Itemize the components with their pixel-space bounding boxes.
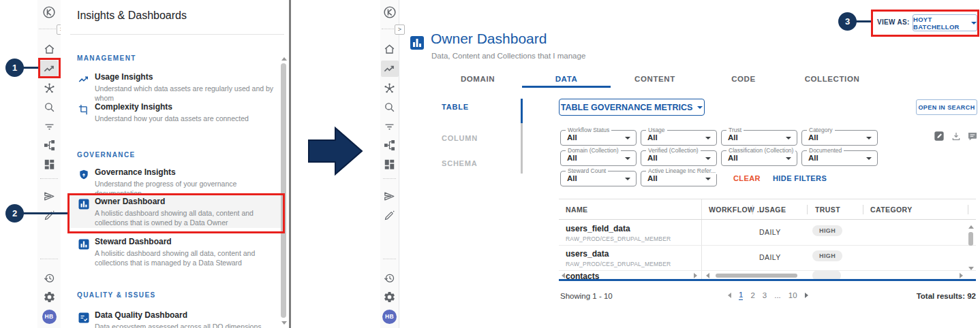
highlight-box-view-as [871, 10, 979, 37]
send-icon[interactable] [37, 189, 61, 206]
filter-value: All [647, 154, 658, 162]
page-1[interactable]: 1 [739, 291, 743, 300]
filter-select-steward-count[interactable]: Steward CountAll [560, 171, 637, 186]
item-title: Steward Dashboard [95, 237, 172, 246]
column-header-trust[interactable]: TRUST [815, 206, 840, 214]
tab-code[interactable]: CODE [699, 75, 788, 83]
table-row-name[interactable]: users_data [566, 249, 609, 259]
hub-icon[interactable] [37, 81, 61, 97]
open-in-search-button[interactable]: OPEN IN SEARCH [916, 99, 977, 115]
filter-value: All [808, 133, 818, 142]
search-icon [383, 101, 396, 116]
settings-icon[interactable] [380, 290, 399, 306]
filter-select-classification-collection[interactable]: Classification (Collection)All [721, 150, 797, 166]
item-title: Usage Insights [95, 72, 153, 82]
subnav-schema[interactable]: SCHEMA [442, 159, 477, 167]
filter-select-domain-collection[interactable]: Domain (Collection)All [560, 150, 637, 166]
hub-icon[interactable] [380, 81, 399, 97]
history-icon [383, 272, 396, 287]
scroll-up-arrow[interactable] [281, 57, 287, 61]
tree-icon[interactable] [380, 138, 399, 154]
edit-icon[interactable] [934, 131, 945, 142]
vscroll-up-arrow[interactable] [968, 225, 974, 229]
dashboard-icon[interactable] [380, 157, 399, 174]
tree-icon[interactable] [37, 138, 61, 154]
search-icon[interactable] [380, 100, 399, 116]
column-header-workflow[interactable]: WORKFLOW ... [709, 206, 764, 214]
filter-select-workflow-status[interactable]: Workflow StatusAll [560, 130, 637, 146]
header-bottom-border [559, 219, 976, 220]
filter-select-active-lineage-inc-refer[interactable]: Active Lineage Inc Refer...All [641, 171, 717, 186]
hide-filters-link[interactable]: HIDE FILTERS [773, 174, 827, 182]
filter-label: Active Lineage Inc Refer... [646, 167, 718, 174]
filter-icon[interactable] [37, 119, 61, 135]
search-icon[interactable] [37, 100, 61, 116]
filter-icon [383, 120, 396, 135]
history-icon[interactable] [380, 271, 399, 287]
chevron-down-icon [866, 157, 872, 160]
filter-value: All [808, 154, 818, 162]
compose-icon[interactable] [380, 208, 399, 225]
subnav-column[interactable]: COLUMN [442, 134, 478, 142]
avatar-badge[interactable]: HB [380, 308, 399, 325]
k-logo-icon [382, 5, 397, 22]
hscroll-right-arrow[interactable] [960, 273, 963, 278]
page-3[interactable]: 3 [763, 291, 767, 299]
vscroll-thumb[interactable] [968, 232, 973, 246]
filter-icon[interactable] [380, 119, 399, 135]
compose-icon [43, 209, 56, 225]
hscroll-left-arrow[interactable] [562, 273, 565, 278]
hscroll-right-arrow[interactable] [694, 273, 697, 278]
settings-icon[interactable] [37, 290, 61, 306]
page-10[interactable]: 10 [788, 291, 797, 299]
dashboard-icon[interactable] [37, 157, 61, 174]
dashboard-icon [409, 35, 425, 54]
user-avatar[interactable]: HB [382, 310, 397, 324]
prev-page-arrow[interactable] [728, 291, 731, 299]
history-icon[interactable] [37, 271, 61, 287]
page-2[interactable]: 2 [750, 291, 754, 299]
history-icon [43, 272, 56, 287]
download-icon[interactable] [951, 131, 962, 142]
vscroll-down-arrow[interactable] [968, 267, 974, 270]
next-page-arrow[interactable] [805, 291, 808, 299]
trending-icon[interactable] [380, 61, 399, 77]
hscroll-thumb[interactable] [716, 274, 797, 278]
bar-chart-icon [78, 238, 90, 253]
feedback-icon[interactable] [967, 131, 979, 142]
metrics-dropdown-button[interactable]: TABLE GOVERNANCE METRICS [559, 99, 705, 116]
active-tab-underline [522, 86, 611, 88]
home-icon[interactable] [37, 42, 61, 59]
filter-select-usage[interactable]: UsageAll [641, 130, 717, 146]
column-header-category[interactable]: CATEGORY [870, 206, 913, 214]
tab-collection[interactable]: COLLECTION [788, 75, 876, 83]
user-avatar[interactable]: HB [42, 310, 57, 324]
filter-label: Documented [807, 147, 844, 154]
table-row-name[interactable]: users_field_data [566, 224, 630, 233]
filter-select-category[interactable]: CategoryAll [801, 130, 878, 146]
filter-value: All [567, 133, 577, 142]
column-header-usage[interactable]: USAGE [759, 206, 786, 214]
chevron-down-icon [697, 106, 703, 109]
column-header-name[interactable]: NAME [566, 206, 588, 214]
avatar-badge[interactable]: HB [37, 308, 61, 325]
compose-icon[interactable] [37, 208, 61, 225]
scrollbar-thumb[interactable] [281, 63, 286, 318]
scroll-down-arrow[interactable] [281, 321, 287, 325]
home-icon [383, 43, 396, 59]
item-description: Understand which data assets are regular… [95, 84, 283, 103]
clear-filters-link[interactable]: CLEAR [733, 174, 761, 182]
tab-domain[interactable]: DOMAIN [433, 75, 522, 83]
tab-data[interactable]: DATA [522, 75, 611, 83]
page-subtitle: Data, Content and Collections that I man… [431, 52, 585, 60]
subnav-table[interactable]: TABLE [442, 103, 469, 111]
home-icon[interactable] [380, 42, 399, 59]
column-separator [968, 205, 968, 214]
filter-select-verified-collection[interactable]: Verified (Collection)All [641, 150, 717, 166]
filter-select-trust[interactable]: TrustAll [721, 130, 797, 146]
tab-content[interactable]: CONTENT [611, 75, 699, 83]
hscroll-left-arrow[interactable] [706, 273, 709, 278]
filter-select-documented[interactable]: DocumentedAll [801, 150, 878, 166]
item-description: Data ecosystem assessed across all DQ di… [95, 322, 283, 328]
send-icon[interactable] [380, 189, 399, 206]
